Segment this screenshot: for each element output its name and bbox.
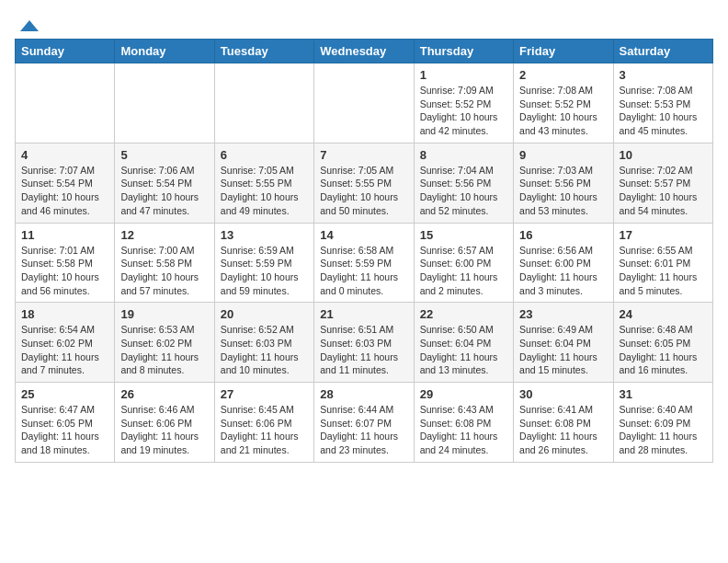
- day-info: Sunrise: 6:46 AMSunset: 6:06 PMDaylight:…: [120, 403, 208, 457]
- calendar-day-cell: 24Sunrise: 6:48 AMSunset: 6:05 PMDayligh…: [613, 303, 712, 383]
- logo: [15, 15, 39, 31]
- svg-marker-0: [20, 20, 39, 31]
- day-info: Sunrise: 7:02 AMSunset: 5:57 PMDaylight:…: [620, 164, 707, 218]
- day-number: 11: [21, 228, 108, 242]
- calendar-day-cell: 20Sunrise: 6:52 AMSunset: 6:03 PMDayligh…: [214, 303, 313, 383]
- calendar-day-cell: 23Sunrise: 6:49 AMSunset: 6:04 PMDayligh…: [514, 303, 613, 383]
- calendar-week-row: 4Sunrise: 7:07 AMSunset: 5:54 PMDaylight…: [16, 143, 713, 223]
- calendar-day-cell: 22Sunrise: 6:50 AMSunset: 6:04 PMDayligh…: [414, 303, 513, 383]
- day-number: 27: [221, 387, 308, 401]
- calendar-day-cell: 4Sunrise: 7:07 AMSunset: 5:54 PMDaylight…: [16, 143, 115, 223]
- day-info: Sunrise: 6:47 AMSunset: 6:05 PMDaylight:…: [21, 403, 108, 457]
- day-number: 14: [320, 228, 407, 242]
- calendar-day-cell: 15Sunrise: 6:57 AMSunset: 6:00 PMDayligh…: [414, 223, 513, 303]
- day-info: Sunrise: 7:00 AMSunset: 5:58 PMDaylight:…: [120, 244, 208, 298]
- day-info: Sunrise: 6:50 AMSunset: 6:04 PMDaylight:…: [420, 323, 507, 377]
- calendar-day-cell: 18Sunrise: 6:54 AMSunset: 6:02 PMDayligh…: [16, 303, 115, 383]
- day-number: 21: [320, 307, 407, 321]
- day-info: Sunrise: 7:04 AMSunset: 5:56 PMDaylight:…: [420, 164, 507, 218]
- weekday-header: Friday: [514, 40, 613, 63]
- calendar-week-row: 11Sunrise: 7:01 AMSunset: 5:58 PMDayligh…: [16, 223, 713, 303]
- calendar-day-cell: 25Sunrise: 6:47 AMSunset: 6:05 PMDayligh…: [16, 383, 115, 463]
- day-info: Sunrise: 6:40 AMSunset: 6:09 PMDaylight:…: [620, 403, 707, 457]
- day-info: Sunrise: 6:53 AMSunset: 6:02 PMDaylight:…: [120, 323, 208, 377]
- day-number: 7: [320, 148, 407, 162]
- day-number: 1: [420, 68, 507, 82]
- day-info: Sunrise: 7:05 AMSunset: 5:55 PMDaylight:…: [320, 164, 407, 218]
- day-number: 20: [221, 307, 308, 321]
- calendar-day-cell: 6Sunrise: 7:05 AMSunset: 5:55 PMDaylight…: [214, 143, 313, 223]
- calendar-day-cell: 10Sunrise: 7:02 AMSunset: 5:57 PMDayligh…: [613, 143, 712, 223]
- day-number: 4: [21, 148, 108, 162]
- day-number: 13: [221, 228, 308, 242]
- day-info: Sunrise: 6:43 AMSunset: 6:08 PMDaylight:…: [420, 403, 507, 457]
- calendar-day-cell: 27Sunrise: 6:45 AMSunset: 6:06 PMDayligh…: [214, 383, 313, 463]
- day-number: 29: [420, 387, 507, 401]
- day-number: 12: [120, 228, 208, 242]
- calendar-day-cell: 14Sunrise: 6:58 AMSunset: 5:59 PMDayligh…: [314, 223, 414, 303]
- day-number: 17: [620, 228, 707, 242]
- calendar-day-cell: 29Sunrise: 6:43 AMSunset: 6:08 PMDayligh…: [414, 383, 513, 463]
- calendar-week-row: 25Sunrise: 6:47 AMSunset: 6:05 PMDayligh…: [16, 383, 713, 463]
- day-number: 9: [519, 148, 607, 162]
- weekday-header: Saturday: [613, 40, 712, 63]
- weekday-header: Tuesday: [214, 40, 313, 63]
- day-info: Sunrise: 7:01 AMSunset: 5:58 PMDaylight:…: [21, 244, 108, 298]
- day-info: Sunrise: 6:51 AMSunset: 6:03 PMDaylight:…: [320, 323, 407, 377]
- day-number: 19: [120, 307, 208, 321]
- calendar-day-cell: 12Sunrise: 7:00 AMSunset: 5:58 PMDayligh…: [115, 223, 214, 303]
- day-number: 24: [620, 307, 707, 321]
- calendar-week-row: 18Sunrise: 6:54 AMSunset: 6:02 PMDayligh…: [16, 303, 713, 383]
- day-info: Sunrise: 7:03 AMSunset: 5:56 PMDaylight:…: [519, 164, 607, 218]
- day-number: 2: [519, 68, 607, 82]
- day-info: Sunrise: 7:08 AMSunset: 5:52 PMDaylight:…: [519, 84, 607, 138]
- day-number: 18: [21, 307, 108, 321]
- day-info: Sunrise: 6:59 AMSunset: 5:59 PMDaylight:…: [221, 244, 308, 298]
- calendar-table: SundayMondayTuesdayWednesdayThursdayFrid…: [15, 39, 713, 463]
- day-info: Sunrise: 6:52 AMSunset: 6:03 PMDaylight:…: [221, 323, 308, 377]
- weekday-header: Sunday: [16, 40, 115, 63]
- day-info: Sunrise: 7:06 AMSunset: 5:54 PMDaylight:…: [120, 164, 208, 218]
- day-info: Sunrise: 6:54 AMSunset: 6:02 PMDaylight:…: [21, 323, 108, 377]
- calendar-day-cell: 17Sunrise: 6:55 AMSunset: 6:01 PMDayligh…: [613, 223, 712, 303]
- calendar-day-cell: 7Sunrise: 7:05 AMSunset: 5:55 PMDaylight…: [314, 143, 414, 223]
- day-info: Sunrise: 7:05 AMSunset: 5:55 PMDaylight:…: [221, 164, 308, 218]
- day-number: 10: [620, 148, 707, 162]
- calendar-day-cell: 11Sunrise: 7:01 AMSunset: 5:58 PMDayligh…: [16, 223, 115, 303]
- day-number: 8: [420, 148, 507, 162]
- calendar-day-cell: 9Sunrise: 7:03 AMSunset: 5:56 PMDaylight…: [514, 143, 613, 223]
- calendar-day-cell: 3Sunrise: 7:08 AMSunset: 5:53 PMDaylight…: [613, 63, 712, 144]
- day-info: Sunrise: 6:55 AMSunset: 6:01 PMDaylight:…: [620, 244, 707, 298]
- page-header: [15, 15, 713, 31]
- day-info: Sunrise: 7:08 AMSunset: 5:53 PMDaylight:…: [620, 84, 707, 138]
- day-number: 15: [420, 228, 507, 242]
- calendar-day-cell: 28Sunrise: 6:44 AMSunset: 6:07 PMDayligh…: [314, 383, 414, 463]
- day-number: 16: [519, 228, 607, 242]
- day-number: 25: [21, 387, 108, 401]
- calendar-day-cell: [214, 63, 313, 144]
- day-number: 5: [120, 148, 208, 162]
- calendar-day-cell: 21Sunrise: 6:51 AMSunset: 6:03 PMDayligh…: [314, 303, 414, 383]
- calendar-day-cell: 16Sunrise: 6:56 AMSunset: 6:00 PMDayligh…: [514, 223, 613, 303]
- calendar-header-row: SundayMondayTuesdayWednesdayThursdayFrid…: [16, 40, 713, 63]
- calendar-day-cell: 2Sunrise: 7:08 AMSunset: 5:52 PMDaylight…: [514, 63, 613, 144]
- calendar-day-cell: [314, 63, 414, 144]
- day-info: Sunrise: 6:58 AMSunset: 5:59 PMDaylight:…: [320, 244, 407, 298]
- day-info: Sunrise: 6:57 AMSunset: 6:00 PMDaylight:…: [420, 244, 507, 298]
- day-info: Sunrise: 6:41 AMSunset: 6:08 PMDaylight:…: [519, 403, 607, 457]
- day-info: Sunrise: 6:56 AMSunset: 6:00 PMDaylight:…: [519, 244, 607, 298]
- day-info: Sunrise: 6:49 AMSunset: 6:04 PMDaylight:…: [519, 323, 607, 377]
- day-number: 3: [620, 68, 707, 82]
- weekday-header: Monday: [115, 40, 214, 63]
- weekday-header: Thursday: [414, 40, 513, 63]
- day-number: 31: [620, 387, 707, 401]
- calendar-day-cell: [16, 63, 115, 144]
- weekday-header: Wednesday: [314, 40, 414, 63]
- calendar-day-cell: 19Sunrise: 6:53 AMSunset: 6:02 PMDayligh…: [115, 303, 214, 383]
- day-number: 26: [120, 387, 208, 401]
- day-number: 28: [320, 387, 407, 401]
- day-info: Sunrise: 7:07 AMSunset: 5:54 PMDaylight:…: [21, 164, 108, 218]
- calendar-day-cell: 26Sunrise: 6:46 AMSunset: 6:06 PMDayligh…: [115, 383, 214, 463]
- day-info: Sunrise: 6:45 AMSunset: 6:06 PMDaylight:…: [221, 403, 308, 457]
- calendar-day-cell: 13Sunrise: 6:59 AMSunset: 5:59 PMDayligh…: [214, 223, 313, 303]
